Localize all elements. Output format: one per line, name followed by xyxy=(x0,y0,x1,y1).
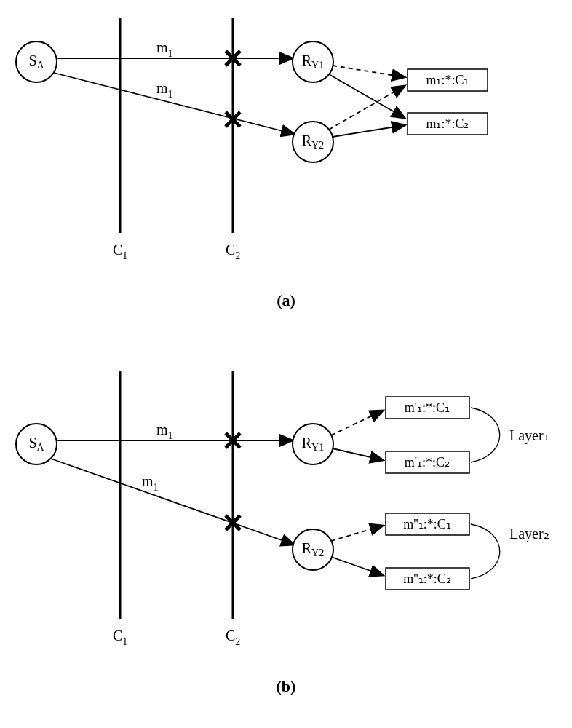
msg-label-1: m1 xyxy=(156,39,173,59)
layer1-text: Layer₁ xyxy=(509,427,549,444)
layer2-brace xyxy=(471,524,500,579)
arrow-r1-b2-b xyxy=(333,448,383,460)
box-b1-text: m'₁:*:C₁ xyxy=(405,400,450,415)
c1-label: C1 xyxy=(113,242,127,261)
arrow-s-r2 xyxy=(54,73,294,134)
arrow-r2-b2 xyxy=(333,125,405,137)
msg-label-2: m1 xyxy=(156,80,173,100)
c2-label-b: C2 xyxy=(226,628,240,647)
caption-a: (a) xyxy=(277,291,295,309)
c2-label: C2 xyxy=(226,242,240,261)
arrow-r2-b1 xyxy=(329,86,405,130)
arrow-s-r2-b xyxy=(51,459,294,545)
arrow-r1-b1 xyxy=(333,66,405,77)
arrow-r2-b3-b xyxy=(331,526,383,541)
arrow-r1-b2 xyxy=(329,74,405,118)
arrow-r2-b4-b xyxy=(331,557,383,575)
panel-a: SA m1 m1 RY1 RY2 m₁:*:C₁ m₁:*:C₂ C1 C2 (… xyxy=(16,18,488,309)
arrow-r1-b1-b xyxy=(331,411,383,435)
msg-label-1-b: m1 xyxy=(156,422,173,441)
caption-b: (b) xyxy=(277,677,296,695)
box-b3-text: m''₁:*:C₁ xyxy=(403,517,451,531)
box-a2-text: m₁:*:C₂ xyxy=(426,116,469,131)
box-b4-text: m''₁:*:C₂ xyxy=(403,571,451,586)
panel-b: SA m1 m1 RY1 RY2 m'₁:*:C₁ m'₁:*:C₂ m''₁:… xyxy=(16,371,549,695)
c1-label-b: C1 xyxy=(113,628,127,647)
box-a1-text: m₁:*:C₁ xyxy=(426,73,469,87)
layer2-text: Layer₂ xyxy=(509,526,549,542)
box-b2-text: m'₁:*:C₂ xyxy=(405,455,450,470)
msg-label-2-b: m1 xyxy=(142,473,159,493)
layer1-brace xyxy=(471,408,500,462)
